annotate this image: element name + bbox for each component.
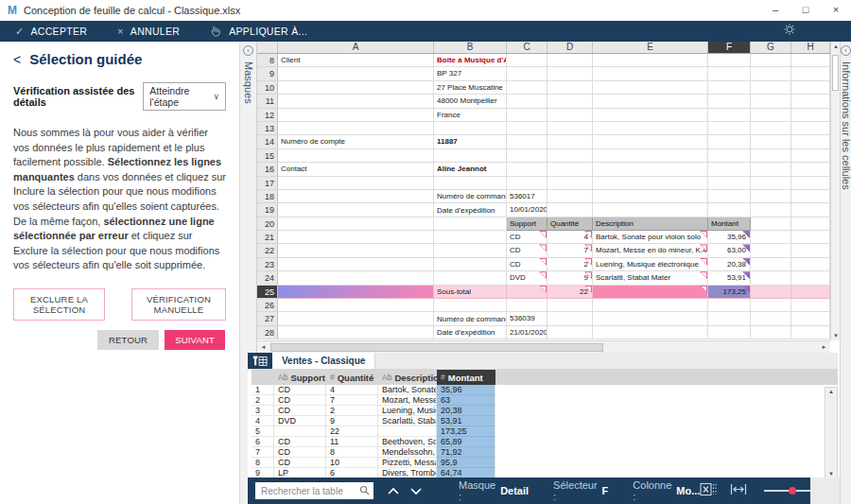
cell-B13[interactable] [434,122,507,135]
cell-G19[interactable] [751,203,791,217]
cell-B8[interactable]: Boîte à Musique d'Aline [434,54,507,67]
table-row-4[interactable]: 4DVD9Scarlatti, Stabat...53,91 [252,416,838,426]
col-header-B[interactable]: B [434,42,507,53]
cell-D19[interactable] [547,203,593,217]
scroll-right-icon[interactable]: ► [818,344,830,350]
cell-H12[interactable] [791,109,830,122]
row-header-15[interactable]: 15 [257,149,278,163]
cell-C22[interactable]: CD [507,244,547,257]
back-button[interactable]: RETOUR [97,330,159,350]
cell-A12[interactable] [278,109,434,122]
cell-G25[interactable] [751,286,791,299]
cell-B21[interactable] [434,231,507,244]
close-button[interactable]: × [821,0,851,21]
find-previous-button[interactable] [387,487,400,495]
cell-C8[interactable] [507,54,547,67]
cell-C9[interactable] [507,67,547,80]
goto-step-dropdown[interactable]: Atteindre l'étape ∨ [143,82,226,111]
cell-F15[interactable] [708,149,751,163]
cell-B12[interactable]: France [434,109,507,122]
row-header-23[interactable]: 23 [257,258,278,271]
table-row-8[interactable]: 8CD10Pizzetti, Messa di...95,9 [252,458,838,468]
cell-H26[interactable] [791,299,830,312]
table-col-header-montant[interactable]: #Montant [437,370,495,385]
find-next-button[interactable] [409,487,423,495]
grid-corner-cell[interactable] [257,42,278,53]
cell-E15[interactable] [593,149,708,163]
cell-C15[interactable] [507,149,547,163]
cell-G14[interactable] [751,135,791,148]
cell-A22[interactable] [278,244,434,257]
settings-button[interactable] [783,23,796,40]
cell-H23[interactable] [791,258,830,271]
cell-C20[interactable]: Support [507,217,547,231]
cancel-button[interactable]: × ANNULER [102,21,195,42]
cell-G17[interactable] [751,177,791,190]
hscroll-thumb[interactable] [270,343,603,352]
cell-B23[interactable] [434,258,507,271]
cell-B9[interactable]: BP 327 [434,67,507,80]
table-search[interactable] [255,482,373,499]
cell-D23[interactable]: 2 [547,258,593,271]
cell-B17[interactable] [434,177,507,190]
cell-F24[interactable]: 53,91 [708,271,751,285]
cell-D11[interactable] [547,95,593,108]
cell-E24[interactable]: Scarlatti, Stabat Mater [593,271,708,285]
cell-G9[interactable] [751,67,791,80]
cell-C25[interactable] [507,286,547,299]
cell-H24[interactable] [791,271,830,285]
manual-verification-button[interactable]: VÉRIFICATION MANUELLE [131,288,226,321]
cell-D21[interactable]: 4 [547,231,593,244]
cell-H20[interactable] [791,217,830,231]
cell-E8[interactable] [593,54,708,67]
col-header-E[interactable]: E [593,42,708,53]
col-header-G[interactable]: G [751,42,791,53]
cell-A24[interactable] [278,271,434,285]
row-header-22[interactable]: 22 [257,244,278,257]
expand-panel-icon[interactable]: ‹ [243,45,253,56]
exclude-selection-button[interactable]: EXCLURE LA SÉLECTION [13,288,105,321]
tab-ventes-classique[interactable]: Ventes - Classique [272,353,375,369]
cell-C26[interactable] [507,299,547,312]
cell-H25[interactable] [791,286,830,299]
cell-H17[interactable] [791,177,830,190]
grid-vertical-scrollbar[interactable]: ▲ ▼ [830,42,840,340]
cell-H13[interactable] [791,122,830,135]
cell-F20[interactable]: Montant [708,217,751,231]
row-header-19[interactable]: 19 [257,203,278,217]
cell-B11[interactable]: 48000 Montpellier [434,95,507,108]
col-header-H[interactable]: H [791,42,830,53]
cell-F18[interactable] [708,190,751,203]
cell-F28[interactable] [708,326,751,339]
col-header-A[interactable]: A [278,42,434,53]
row-header-20[interactable]: 20 [257,217,278,231]
table-col-header-support[interactable]: AbSupport [274,370,326,385]
cell-F16[interactable] [708,163,751,176]
cell-E20[interactable]: Description [593,217,708,231]
cell-A20[interactable] [278,217,434,231]
cell-C12[interactable] [507,109,547,122]
table-row-2[interactable]: 2CD7Mozart, Messe e...63 [252,395,838,406]
table-row-6[interactable]: 6CD11Beethoven, Sona...65,89 [252,437,838,447]
cell-B18[interactable]: Numéro de commande [434,190,507,203]
row-header-26[interactable]: 26 [257,299,278,312]
cell-G22[interactable] [751,244,791,257]
apply-to-button[interactable]: APPLIQUER À... [195,21,322,42]
table-view-icon[interactable] [248,353,272,369]
cell-G13[interactable] [751,122,791,135]
cell-H27[interactable] [791,312,830,325]
cell-E12[interactable] [593,109,708,122]
expand-cellinfo-icon[interactable]: ‹ [841,45,851,56]
cell-H16[interactable] [791,163,830,176]
cell-B28[interactable]: Date d'expédition [434,326,507,339]
table-row-1[interactable]: 1CD4Bartok, Sonate p...35,96 [252,385,838,395]
cell-D10[interactable] [547,81,593,95]
row-header-13[interactable]: 13 [257,122,278,135]
cell-H10[interactable] [791,81,830,95]
row-header-17[interactable]: 17 [257,177,278,190]
cell-A25[interactable] [278,286,434,299]
cell-C27[interactable]: 536039 [507,312,547,325]
cell-A14[interactable]: Numéro de compte [278,135,434,148]
grid-horizontal-scrollbar[interactable]: ◄ ► [257,340,830,353]
cell-G16[interactable] [751,163,791,176]
